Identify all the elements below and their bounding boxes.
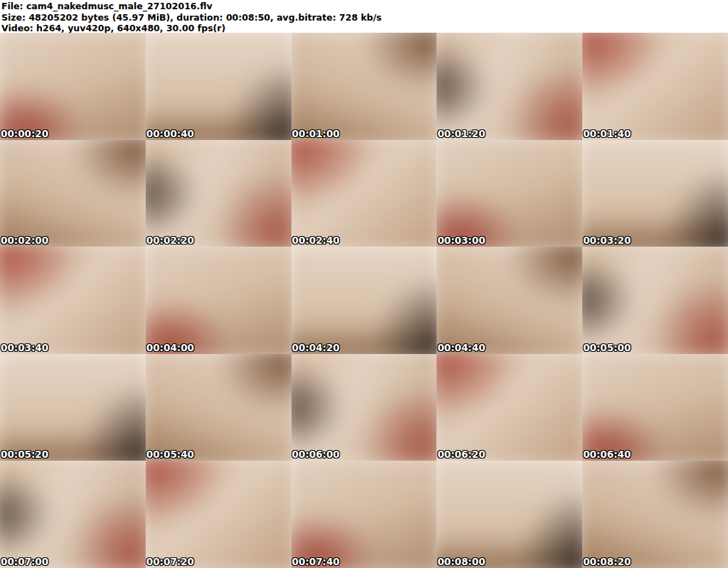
timestamp-overlay: 00:08:20 bbox=[583, 556, 631, 567]
video-frame-thumbnail: 00:02:00 bbox=[0, 140, 146, 247]
video-frame-thumbnail: 00:02:40 bbox=[291, 140, 437, 247]
video-frame-thumbnail: 00:05:20 bbox=[0, 354, 146, 461]
thumbnail-grid: 00:00:20 00:00:40 00:01:00 00:01:20 00:0… bbox=[0, 33, 728, 568]
file-name-line: File: cam4_nakedmusc_male_27102016.flv bbox=[1, 1, 727, 12]
video-frame-thumbnail: 00:08:20 bbox=[582, 461, 728, 568]
timestamp-overlay: 00:04:40 bbox=[437, 342, 485, 353]
frame-placeholder bbox=[291, 354, 437, 461]
frame-placeholder bbox=[146, 33, 291, 140]
video-frame-thumbnail: 00:06:00 bbox=[291, 354, 437, 461]
media-info-header: File: cam4_nakedmusc_male_27102016.flv S… bbox=[0, 0, 728, 33]
video-frame-thumbnail: 00:01:00 bbox=[291, 33, 437, 140]
timestamp-overlay: 00:05:20 bbox=[1, 449, 48, 460]
frame-placeholder bbox=[291, 140, 437, 247]
video-frame-thumbnail: 00:08:00 bbox=[437, 461, 582, 568]
frame-placeholder bbox=[291, 33, 437, 140]
frame-placeholder bbox=[0, 461, 146, 568]
frame-placeholder bbox=[437, 461, 582, 568]
frame-placeholder bbox=[582, 461, 728, 568]
video-frame-thumbnail: 00:04:40 bbox=[437, 247, 582, 354]
file-size-line: Size: 48205202 bytes (45.97 MiB), durati… bbox=[1, 12, 727, 23]
video-frame-thumbnail: 00:07:00 bbox=[0, 461, 146, 568]
video-frame-thumbnail: 00:05:40 bbox=[146, 354, 291, 461]
frame-placeholder bbox=[146, 247, 291, 354]
frame-placeholder bbox=[0, 354, 146, 461]
timestamp-overlay: 00:07:00 bbox=[1, 556, 48, 567]
frame-placeholder bbox=[0, 33, 146, 140]
video-frame-thumbnail: 00:01:20 bbox=[437, 33, 582, 140]
timestamp-overlay: 00:05:40 bbox=[146, 449, 194, 460]
video-frame-thumbnail: 00:04:00 bbox=[146, 247, 291, 354]
video-frame-thumbnail: 00:06:20 bbox=[437, 354, 582, 461]
timestamp-overlay: 00:08:00 bbox=[437, 556, 485, 567]
timestamp-overlay: 00:06:20 bbox=[437, 449, 485, 460]
timestamp-overlay: 00:01:40 bbox=[583, 128, 631, 139]
frame-placeholder bbox=[437, 247, 582, 354]
timestamp-overlay: 00:02:20 bbox=[146, 235, 194, 246]
frame-placeholder bbox=[582, 247, 728, 354]
timestamp-overlay: 00:07:40 bbox=[292, 556, 340, 567]
video-frame-thumbnail: 00:03:20 bbox=[582, 140, 728, 247]
frame-placeholder bbox=[582, 33, 728, 140]
frame-placeholder bbox=[0, 247, 146, 354]
frame-placeholder bbox=[291, 461, 437, 568]
video-frame-thumbnail: 00:00:20 bbox=[0, 33, 146, 140]
timestamp-overlay: 00:02:00 bbox=[1, 235, 48, 246]
frame-placeholder bbox=[582, 140, 728, 247]
timestamp-overlay: 00:00:20 bbox=[1, 128, 48, 139]
video-frame-thumbnail: 00:07:40 bbox=[291, 461, 437, 568]
video-frame-thumbnail: 00:03:00 bbox=[437, 140, 582, 247]
timestamp-overlay: 00:04:00 bbox=[146, 342, 194, 353]
frame-placeholder bbox=[0, 140, 146, 247]
frame-placeholder bbox=[437, 33, 582, 140]
frame-placeholder bbox=[146, 140, 291, 247]
timestamp-overlay: 00:07:20 bbox=[146, 556, 194, 567]
video-frame-thumbnail: 00:04:20 bbox=[291, 247, 437, 354]
video-frame-thumbnail: 00:02:20 bbox=[146, 140, 291, 247]
timestamp-overlay: 00:02:40 bbox=[292, 235, 340, 246]
timestamp-overlay: 00:03:40 bbox=[1, 342, 48, 353]
frame-placeholder bbox=[146, 354, 291, 461]
video-frame-thumbnail: 00:07:20 bbox=[146, 461, 291, 568]
timestamp-overlay: 00:06:40 bbox=[583, 449, 631, 460]
video-frame-thumbnail: 00:00:40 bbox=[146, 33, 291, 140]
frame-placeholder bbox=[437, 354, 582, 461]
timestamp-overlay: 00:03:20 bbox=[583, 235, 631, 246]
timestamp-overlay: 00:05:00 bbox=[583, 342, 631, 353]
timestamp-overlay: 00:01:00 bbox=[292, 128, 340, 139]
video-frame-thumbnail: 00:06:40 bbox=[582, 354, 728, 461]
frame-placeholder bbox=[291, 247, 437, 354]
timestamp-overlay: 00:01:20 bbox=[437, 128, 485, 139]
frame-placeholder bbox=[146, 461, 291, 568]
timestamp-overlay: 00:04:20 bbox=[292, 342, 340, 353]
frame-placeholder bbox=[582, 354, 728, 461]
video-contact-sheet: File: cam4_nakedmusc_male_27102016.flv S… bbox=[0, 0, 728, 568]
video-frame-thumbnail: 00:05:00 bbox=[582, 247, 728, 354]
timestamp-overlay: 00:06:00 bbox=[292, 449, 340, 460]
video-frame-thumbnail: 00:01:40 bbox=[582, 33, 728, 140]
timestamp-overlay: 00:00:40 bbox=[146, 128, 194, 139]
video-frame-thumbnail: 00:03:40 bbox=[0, 247, 146, 354]
frame-placeholder bbox=[437, 140, 582, 247]
timestamp-overlay: 00:03:00 bbox=[437, 235, 485, 246]
